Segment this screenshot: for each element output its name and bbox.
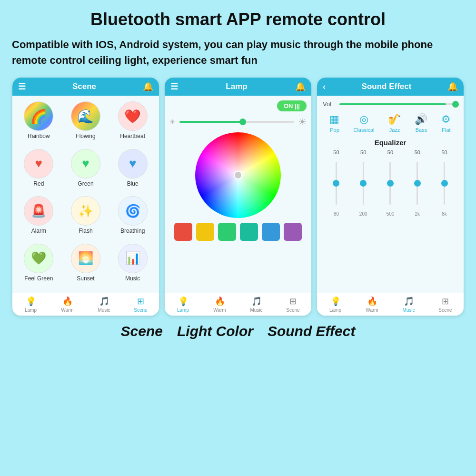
brightness-slider[interactable] <box>179 121 294 123</box>
feelgreen-icon: 💚 <box>24 244 53 273</box>
lamp-menu-icon[interactable]: ☰ <box>170 81 178 92</box>
lamp-nav-music[interactable]: 🎵 Music <box>238 296 275 313</box>
scene-nav: 💡 Lamp 🔥 Warm 🎵 Music ⊞ Scene <box>12 293 159 316</box>
scene-item-heartbeat[interactable]: ❤️ Heartbeat <box>111 101 154 145</box>
breathing-icon: 🌀 <box>118 196 148 226</box>
swatch-red[interactable] <box>174 223 192 241</box>
alarm-label: Alarm <box>31 228 46 234</box>
lamp-nav-icon: 💡 <box>26 296 36 307</box>
sound-phone: ‹ Sound Effect 🔔 Vol ▦ <box>317 78 464 316</box>
lamp-nav-scene[interactable]: ⊞ Scene <box>275 296 311 313</box>
swatch-yellow[interactable] <box>196 223 214 241</box>
color-wheel-center <box>234 171 242 179</box>
sound-nav-warm-label: Warm <box>366 307 378 313</box>
scene-item-green[interactable]: ♥ Green <box>64 149 108 193</box>
eq-pop[interactable]: ▦ Pop <box>329 113 339 133</box>
eq-val-2: 50 <box>356 149 370 155</box>
scene-item-sunset[interactable]: 🌅 Sunset <box>64 244 108 288</box>
eq-type-row: ▦ Pop ◎ Classical 🎷 Jazz 🔊 <box>323 113 458 133</box>
blue-icon: ♥ <box>118 149 148 178</box>
scene-item-flash[interactable]: ✨ Flash <box>64 196 108 240</box>
vol-row: Vol <box>323 100 458 108</box>
sound-nav-lamp-icon: 💡 <box>330 296 341 307</box>
swatch-cyan[interactable] <box>240 223 258 241</box>
lamp-phone: ☰ Lamp 🔔 ON ||| ☀ ☀ <box>165 78 311 316</box>
music-nav-icon: 🎵 <box>99 296 109 307</box>
sound-nav-lamp[interactable]: 💡 Lamp <box>317 296 354 313</box>
eq-flat[interactable]: ⚙ Flat <box>441 113 451 133</box>
eq-thumb-500[interactable] <box>387 180 394 187</box>
vol-fill <box>339 103 446 105</box>
lamp-nav-warm-label: Warm <box>213 307 226 313</box>
music-nav-label: Music <box>98 307 110 313</box>
swatch-green[interactable] <box>218 223 236 241</box>
eq-thumb-2k[interactable] <box>414 180 421 187</box>
sound-nav: 💡 Lamp 🔥 Warm 🎵 Music ⊞ Scene <box>317 293 464 316</box>
eq-thumb-200[interactable] <box>360 180 367 187</box>
lamp-nav-music-label: Music <box>250 307 262 313</box>
eq-bar-8k[interactable] <box>437 157 452 209</box>
sound-nav-warm[interactable]: 🔥 Warm <box>354 296 390 313</box>
scene-item-feelgreen[interactable]: 💚 Feel Green <box>17 244 60 288</box>
eq-bar-500[interactable] <box>383 157 397 209</box>
scene-item-blue[interactable]: ♥ Blue <box>111 149 154 193</box>
sound-header: ‹ Sound Effect 🔔 <box>317 78 464 96</box>
nav-warm[interactable]: 🔥 Warm <box>49 296 86 313</box>
on-off-toggle[interactable]: ON ||| <box>277 100 307 111</box>
sound-nav-scene[interactable]: ⊞ Scene <box>427 296 464 313</box>
lamp-nav-label: Lamp <box>25 307 37 313</box>
bass-label: Bass <box>416 127 427 133</box>
scene-item-rainbow[interactable]: 🌈 Rainbow <box>17 101 60 145</box>
scene-body: 🌈 Rainbow 🌊 Flowing ❤️ Heartbeat ♥ Red <box>12 96 159 316</box>
warm-nav-icon: 🔥 <box>62 296 73 307</box>
eq-bar-80[interactable] <box>329 157 343 209</box>
vol-slider[interactable] <box>339 103 458 105</box>
eq-bar-200[interactable] <box>356 157 370 209</box>
sound-nav-scene-icon: ⊞ <box>442 296 449 307</box>
scene-item-red[interactable]: ♥ Red <box>17 149 60 193</box>
nav-music[interactable]: 🎵 Music <box>86 296 122 313</box>
scene-bell-icon[interactable]: 🔔 <box>143 81 153 92</box>
swatch-blue[interactable] <box>262 223 280 241</box>
scene-item-alarm[interactable]: 🚨 Alarm <box>17 196 60 240</box>
flash-label: Flash <box>79 228 92 234</box>
scene-item-flowing[interactable]: 🌊 Flowing <box>64 101 108 145</box>
bottom-labels: Scene Light Color Sound Effect <box>12 323 464 339</box>
eq-track-2k <box>416 162 418 205</box>
eq-val-5: 50 <box>437 149 452 155</box>
eq-bass[interactable]: 🔊 Bass <box>415 113 427 133</box>
scene-menu-icon[interactable]: ☰ <box>18 81 26 92</box>
eq-thumb-8k[interactable] <box>441 180 448 187</box>
eq-classical[interactable]: ◎ Classical <box>353 113 374 133</box>
lamp-bell-icon[interactable]: 🔔 <box>295 81 306 92</box>
nav-lamp[interactable]: 💡 Lamp <box>12 296 49 313</box>
jazz-icon: 🎷 <box>388 113 401 126</box>
color-wheel[interactable] <box>195 132 281 218</box>
scene-item-breathing[interactable]: 🌀 Breathing <box>111 196 154 240</box>
scene-header: ☰ Scene 🔔 <box>12 78 159 96</box>
red-label: Red <box>33 180 44 187</box>
lamp-nav-scene-icon: ⊞ <box>289 296 297 307</box>
sound-back-icon[interactable]: ‹ <box>323 82 326 92</box>
lamp-nav-warm[interactable]: 🔥 Warm <box>201 296 238 313</box>
lamp-nav-lamp[interactable]: 💡 Lamp <box>165 296 201 313</box>
scene-grid: 🌈 Rainbow 🌊 Flowing ❤️ Heartbeat ♥ Red <box>12 96 159 293</box>
sound-bell-icon[interactable]: 🔔 <box>447 81 458 92</box>
brightness-thumb[interactable] <box>239 119 246 125</box>
feelgreen-label: Feel Green <box>24 275 53 282</box>
nav-scene[interactable]: ⊞ Scene <box>122 296 159 313</box>
lamp-nav: 💡 Lamp 🔥 Warm 🎵 Music ⊞ Scene <box>165 293 311 316</box>
sound-nav-music-label: Music <box>402 307 415 313</box>
eq-jazz[interactable]: 🎷 Jazz <box>388 113 401 133</box>
sound-nav-music-icon: 🎵 <box>404 296 414 307</box>
eq-val-4: 50 <box>410 149 425 155</box>
eq-val-3: 50 <box>383 149 397 155</box>
eq-bar-2k[interactable] <box>410 157 425 209</box>
swatch-purple[interactable] <box>284 223 302 241</box>
eq-track-8k <box>444 162 445 205</box>
scene-item-music[interactable]: 📊 Music <box>111 244 154 288</box>
vol-thumb[interactable] <box>452 101 459 108</box>
blue-label: Blue <box>127 180 139 187</box>
eq-thumb-80[interactable] <box>333 180 339 187</box>
sound-nav-music[interactable]: 🎵 Music <box>390 296 427 313</box>
